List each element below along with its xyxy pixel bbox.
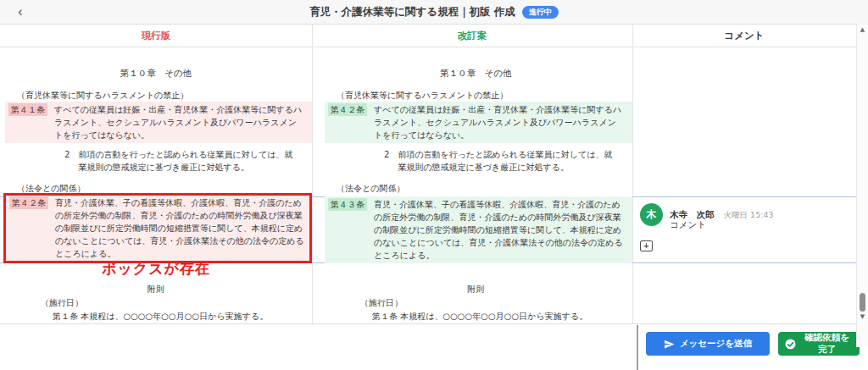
article-text: 育児・介護休業、子の看護等休暇、介護休暇、育児・介護のための所定外労働の制限、育… xyxy=(374,198,625,262)
section-heading: （育児休業等に関するハラスメントの禁止） xyxy=(337,89,508,102)
enforcement-text: 第１条 本規程は、○○○○年○○月○○日から実施する。 xyxy=(53,310,268,323)
scroll-down-arrow[interactable]: ▼ xyxy=(857,313,868,320)
paragraph-number: 2 xyxy=(64,148,70,174)
box-annotation: ボックスが存在 xyxy=(0,262,312,275)
revised-version-pane: 第１０章 その他 （育児休業等に関するハラスメントの禁止） 第４２条 すべての従… xyxy=(320,47,632,323)
section-heading: （法令との関係） xyxy=(337,182,404,195)
article-text: すべての従業員は妊娠・出産・育児休業・介護休業等に関するハラスメント、セクシュア… xyxy=(54,103,305,141)
article-number: 第４１条 xyxy=(8,103,47,116)
table-header: 現行版 改訂案 コメント xyxy=(0,24,856,47)
page-title: 育児・介護休業等に関する規程｜初版 作成 xyxy=(309,5,515,19)
section-heading: （育児休業等に関するハラスメントの禁止） xyxy=(17,89,188,102)
column-header-comments: コメント xyxy=(632,25,856,47)
article-row-law-selected[interactable]: 第４２条 育児・介護休業、子の看護等休暇、介護休暇、育児・介護のための所定外労働… xyxy=(3,193,312,263)
chapter-heading: 第１０章 その他 xyxy=(320,67,632,80)
paragraph-number: 2 xyxy=(384,148,389,174)
article-row-harassment[interactable]: 第４１条 すべての従業員は妊娠・出産・育児休業・介護休業等に関するハラスメント、… xyxy=(5,102,312,143)
add-comment-icon[interactable]: + xyxy=(640,240,653,251)
column-divider xyxy=(312,24,313,323)
comment-author: 木寺 次郎 xyxy=(670,209,715,219)
scrollbar[interactable]: ▲ ▼ xyxy=(856,24,868,347)
article-text: 育児・介護休業、子の看護等休暇、介護休暇、育児・介護のための所定外労働の制限、育… xyxy=(55,196,306,260)
article-number: 第４２条 xyxy=(328,103,367,116)
current-version-pane: 第１０章 その他 （育児休業等に関するハラスメントの禁止） 第４１条 すべての従… xyxy=(0,47,312,323)
paragraph-text: 前項の言動を行ったと認められる従業員に対しては、就業規則の懲戒規定に基づき厳正に… xyxy=(78,148,300,174)
enforcement-text: 第１条 本規程は、○○○○年○○月○○日から実施する。 xyxy=(372,310,587,323)
chapter-heading: 第１０章 その他 xyxy=(0,67,312,80)
paragraph-text: 前項の言動を行ったと認められる従業員に対しては、就業規則の懲戒規定に基づき厳正に… xyxy=(398,148,620,174)
scrollbar-thumb[interactable] xyxy=(860,293,865,312)
content-bottom-border xyxy=(0,323,856,324)
article-paragraph-2: 2 前項の言動を行ったと認められる従業員に対しては、就業規則の懲戒規定に基づき厳… xyxy=(384,148,620,174)
footer-divider xyxy=(637,325,638,370)
article-row-law[interactable]: 第４３条 育児・介護休業、子の看護等休暇、介護休暇、育児・介護のための所定外労働… xyxy=(325,196,632,263)
topbar: ‹ 育児・介護休業等に関する規程｜初版 作成 進行中 xyxy=(0,0,868,24)
article-number: 第４３条 xyxy=(328,198,367,211)
article-paragraph-2: 2 前項の言動を行ったと認められる従業員に対しては、就業規則の懲戒規定に基づき厳… xyxy=(64,148,300,174)
complete-request-button[interactable]: 確認依頼を完了 xyxy=(778,332,860,356)
appendix-title: 附則 xyxy=(0,283,312,295)
enforcement-heading: （施行日） xyxy=(360,296,403,309)
check-circle-icon xyxy=(785,339,796,350)
send-message-button[interactable]: メッセージを送信 xyxy=(646,332,770,356)
comments-pane: 木 木寺 次郎 火曜日 15:43 コメント + xyxy=(633,47,856,323)
appendix-title: 附則 xyxy=(320,283,632,295)
article-number: 第４２条 xyxy=(9,196,48,209)
scroll-up-arrow[interactable]: ▲ xyxy=(857,26,868,33)
column-header-current: 現行版 xyxy=(0,25,312,47)
comment-timestamp: 火曜日 15:43 xyxy=(724,210,774,219)
send-icon xyxy=(664,339,675,350)
enforcement-heading: （施行日） xyxy=(41,296,83,309)
back-button[interactable]: ‹ xyxy=(10,2,31,22)
app-window: ‹ 育児・介護休業等に関する規程｜初版 作成 進行中 現行版 改訂案 コメント … xyxy=(0,0,868,370)
complete-request-label: 確認依頼を完了 xyxy=(801,332,853,356)
avatar: 木 xyxy=(640,203,663,226)
status-badge: 進行中 xyxy=(522,6,559,19)
send-message-label: メッセージを送信 xyxy=(680,338,752,350)
article-row-harassment[interactable]: 第４２条 すべての従業員は妊娠・出産・育児休業・介護休業等に関するハラスメント、… xyxy=(325,102,632,143)
column-header-revised: 改訂案 xyxy=(312,25,632,47)
article-text: すべての従業員は妊娠・出産・育児休業・介護休業等に関するハラスメント、セクシュア… xyxy=(374,103,625,141)
comment-body: コメント xyxy=(670,219,706,231)
